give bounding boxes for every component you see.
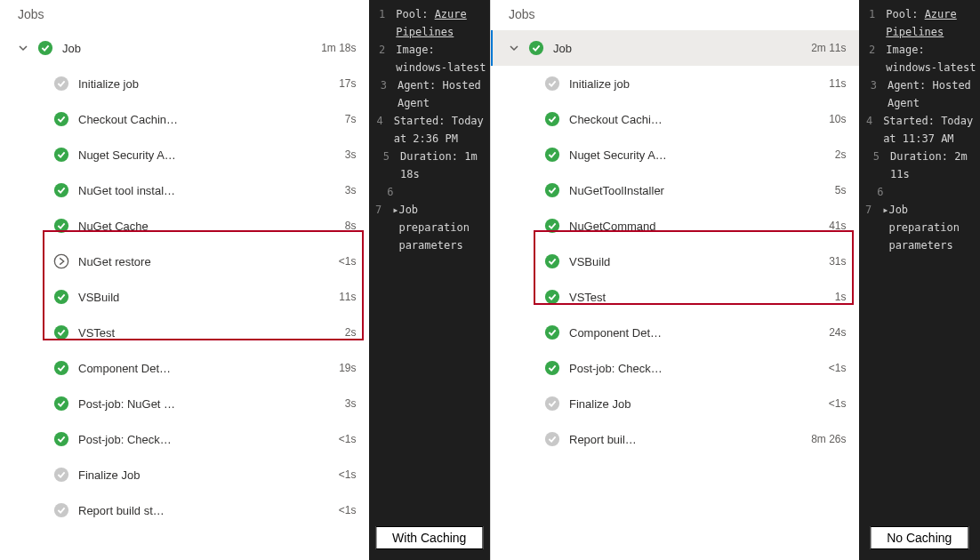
job-title: Job: [553, 42, 572, 55]
step-duration: 8s: [345, 220, 357, 232]
svg-point-8: [54, 325, 68, 340]
triangle-right-icon: ▸: [392, 201, 398, 254]
jobs-panel-right: Jobs Job 2m 11s Initialize job11sCheckou…: [490, 0, 859, 560]
step-row[interactable]: Finalize Job<1s: [491, 386, 859, 421]
step-name: NuGetCommand: [569, 220, 656, 233]
job-row[interactable]: Job 1m 18s: [0, 30, 369, 66]
step-row[interactable]: Nuget Security A…2s: [491, 137, 859, 172]
left-half: Jobs Job 1m 18s Initialize job17sCheckou…: [0, 0, 490, 560]
chevron-down-icon: [18, 43, 28, 53]
caption-left: With Caching: [375, 526, 483, 549]
status-done-icon: [53, 76, 69, 92]
step-name: VSBuild: [569, 255, 610, 268]
log-line-expand[interactable]: 7▸Job preparation parameters: [859, 201, 981, 254]
step-row[interactable]: Nuget Security A…3s: [0, 137, 369, 172]
step-row[interactable]: Checkout Cachin…7s: [0, 101, 369, 137]
step-name: Component Det…: [569, 326, 662, 340]
step-name: Finalize Job: [78, 468, 140, 482]
status-success-icon: [53, 360, 69, 376]
status-success-icon: [53, 431, 69, 447]
step-row[interactable]: Finalize Job<1s: [0, 457, 369, 492]
svg-point-23: [545, 361, 559, 375]
svg-point-4: [54, 183, 68, 197]
status-success-icon: [544, 147, 560, 163]
step-row[interactable]: NuGet Cache8s: [0, 208, 369, 244]
jobs-heading: Jobs: [491, 0, 859, 30]
status-done-icon: [544, 431, 560, 447]
jobs-panel-left: Jobs Job 1m 18s Initialize job17sCheckou…: [0, 0, 369, 560]
step-row[interactable]: Checkout Cachi…10s: [491, 101, 859, 137]
svg-point-18: [545, 183, 559, 197]
step-row[interactable]: Initialize job11s: [491, 66, 859, 101]
step-duration: 11s: [339, 291, 356, 303]
status-success-icon: [544, 289, 560, 305]
step-duration: 2s: [345, 326, 357, 339]
svg-point-10: [54, 396, 68, 411]
step-row[interactable]: NuGetToolInstaller5s: [491, 172, 859, 208]
svg-point-17: [545, 148, 559, 162]
step-row[interactable]: Post-job: NuGet …3s: [0, 386, 369, 421]
step-duration: 17s: [339, 77, 356, 90]
step-row[interactable]: Component Det…19s: [0, 350, 369, 386]
step-duration: 41s: [829, 220, 846, 232]
step-row[interactable]: Report buil…8m 26s: [491, 421, 859, 457]
svg-point-1: [54, 76, 68, 91]
job-title: Job: [62, 42, 81, 55]
step-duration: 7s: [345, 113, 357, 125]
svg-point-0: [38, 41, 52, 55]
step-duration: <1s: [829, 397, 847, 410]
log-line-expand[interactable]: 7▸Job preparation parameters: [369, 201, 491, 254]
step-row[interactable]: VSBuild11s: [0, 279, 369, 315]
step-duration: <1s: [339, 433, 357, 445]
step-name: Report buil…: [569, 433, 637, 446]
step-row[interactable]: VSTest2s: [0, 315, 369, 350]
step-name: VSTest: [569, 291, 606, 304]
svg-point-22: [545, 325, 559, 340]
svg-point-6: [54, 254, 68, 268]
step-row[interactable]: NuGetCommand41s: [491, 208, 859, 244]
step-row[interactable]: VSBuild31s: [491, 244, 859, 279]
svg-point-14: [529, 41, 543, 55]
step-duration: 1s: [835, 291, 847, 303]
step-duration: 3s: [345, 148, 357, 161]
step-row[interactable]: Post-job: Check…<1s: [0, 421, 369, 457]
step-duration: <1s: [339, 504, 357, 516]
step-duration: 2s: [835, 148, 847, 161]
svg-point-20: [545, 254, 559, 268]
step-duration: <1s: [829, 362, 847, 374]
steps-list: Initialize job17sCheckout Cachin…7sNuget…: [0, 66, 369, 528]
status-success-icon: [53, 289, 69, 305]
status-skipped-icon: [53, 253, 69, 269]
svg-point-16: [545, 112, 559, 126]
step-row[interactable]: NuGet restore<1s: [0, 244, 369, 279]
caption-right: No Caching: [870, 526, 968, 549]
job-duration: 2m 11s: [811, 42, 846, 54]
step-name: Component Det…: [78, 362, 171, 375]
svg-point-25: [545, 432, 559, 446]
step-row[interactable]: Initialize job17s: [0, 66, 369, 101]
status-done-icon: [53, 467, 69, 483]
step-name: Checkout Cachi…: [569, 113, 663, 126]
status-success-icon: [53, 324, 69, 340]
svg-point-9: [54, 361, 68, 375]
job-row[interactable]: Job 2m 11s: [491, 30, 859, 66]
log-line: 4Started: Today at 11:37 AM: [859, 112, 981, 148]
log-line: 2Image: windows-latest: [859, 41, 981, 76]
step-name: Finalize Job: [569, 397, 631, 411]
step-row[interactable]: Post-job: Check…<1s: [491, 350, 859, 386]
step-name: Post-job: Check…: [569, 362, 663, 375]
step-name: NuGet tool instal…: [78, 184, 175, 197]
log-line: 5Duration: 2m 11s: [859, 148, 981, 183]
status-success-icon: [544, 253, 560, 269]
step-row[interactable]: Report build st…<1s: [0, 492, 369, 528]
step-duration: 19s: [339, 362, 356, 374]
triangle-right-icon: ▸: [882, 201, 888, 254]
step-row[interactable]: Component Det…24s: [491, 315, 859, 350]
step-duration: 31s: [829, 255, 846, 268]
step-row[interactable]: VSTest1s: [491, 279, 859, 315]
svg-point-5: [54, 219, 68, 233]
svg-point-21: [545, 290, 559, 304]
step-name: Checkout Cachin…: [78, 113, 178, 126]
step-row[interactable]: NuGet tool instal…3s: [0, 172, 369, 208]
status-done-icon: [544, 76, 560, 92]
